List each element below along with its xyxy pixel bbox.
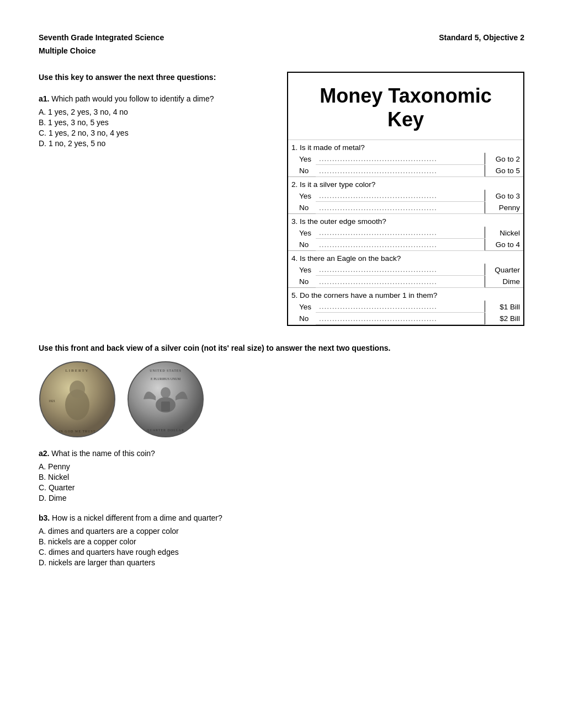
tax-section-header: 3. Is the outer edge smooth?: [288, 214, 523, 227]
tax-goto: Nickel: [485, 227, 523, 239]
svg-text:QUARTER DOLLAR: QUARTER DOLLAR: [147, 429, 184, 432]
tax-section-header: 2. Is it a silver type color?: [288, 177, 523, 190]
tax-answer-row: No......................................…: [288, 313, 523, 325]
tax-answer-row: Yes.....................................…: [288, 227, 523, 239]
tax-dots: ........................................…: [316, 153, 485, 165]
key-title-line2: Key: [387, 108, 424, 131]
header-right: Standard 5, Objective 2: [439, 33, 524, 42]
list-item: B. Nickel: [39, 473, 524, 481]
taxonomic-key-title: Money Taxonomic Key: [288, 73, 523, 140]
q-b3-label: b3.: [39, 513, 50, 522]
list-item: B. nickels are a copper color: [39, 537, 524, 546]
list-item: C. Quarter: [39, 483, 524, 492]
tax-answer-label: No: [288, 313, 316, 325]
list-item: B. 1 yes, 3 no, 5 yes: [39, 118, 270, 127]
tax-dots: ........................................…: [316, 313, 485, 325]
tax-goto: Quarter: [485, 264, 523, 276]
tax-answer-label: No: [288, 239, 316, 251]
svg-text:E PLURIBUS UNUM: E PLURIBUS UNUM: [151, 377, 181, 381]
list-item: C. dimes and quarters have rough edges: [39, 548, 524, 556]
tax-goto: Go to 5: [485, 165, 523, 177]
coin-images: LIBERTY IN GOD WE TRUST 1921: [39, 361, 524, 438]
tax-answer-row: Yes.....................................…: [288, 264, 523, 276]
tax-dots: ........................................…: [316, 239, 485, 251]
tax-answer-row: No......................................…: [288, 202, 523, 214]
question-a1-block: a1. Which path would you follow to ident…: [39, 94, 270, 148]
tax-section-header: 5. Do the corners have a number 1 in the…: [288, 288, 523, 301]
list-item: A. dimes and quarters are a copper color: [39, 527, 524, 536]
tax-answer-label: Yes: [288, 190, 316, 202]
header-row: Seventh Grade Integrated Science Standar…: [39, 33, 524, 42]
list-item: D. 1 no, 2 yes, 5 no: [39, 139, 270, 148]
tax-dots: ........................................…: [316, 165, 485, 177]
tax-section-header: 1. Is it made of metal?: [288, 140, 523, 153]
taxonomic-key-table: 1. Is it made of metal?Yes..............…: [288, 140, 523, 325]
tax-answer-row: Yes.....................................…: [288, 190, 523, 202]
coin-back-image: UNITED STATES QUARTER DOLLAR E PLURIBUS …: [127, 361, 204, 438]
coin-instruction: Use this front and back view of a silver…: [39, 342, 524, 354]
list-item: D. nickels are larger than quarters: [39, 558, 524, 567]
tax-goto: $1 Bill: [485, 301, 523, 313]
list-item: A. Penny: [39, 462, 524, 471]
q-a2-label: a2.: [39, 449, 49, 458]
tax-dots: ........................................…: [316, 227, 485, 239]
q-a1-text: Which path would you follow to identify …: [49, 94, 214, 103]
tax-answer-label: Yes: [288, 264, 316, 276]
left-column: Use this key to answer the next three qu…: [39, 72, 270, 326]
tax-answer-label: Yes: [288, 153, 316, 165]
tax-dots: ........................................…: [316, 276, 485, 288]
svg-text:LIBERTY: LIBERTY: [65, 368, 89, 373]
question-a2-block: a2. What is the name of this coin? A. Pe…: [39, 449, 524, 502]
tax-goto: Dime: [485, 276, 523, 288]
q-a2-answers: A. PennyB. NickelC. QuarterD. Dime: [39, 462, 524, 502]
q-b3-answers: A. dimes and quarters are a copper color…: [39, 527, 524, 567]
subtitle: Multiple Choice: [39, 46, 524, 55]
tax-dots: ........................................…: [316, 202, 485, 214]
q-b3-text: How is a nickel different from a dime an…: [50, 513, 222, 522]
right-column: Money Taxonomic Key 1. Is it made of met…: [287, 72, 524, 326]
content-area: Use this key to answer the next three qu…: [39, 72, 524, 326]
tax-answer-label: No: [288, 165, 316, 177]
key-title-line1: Money Taxonomic: [320, 84, 491, 107]
q-a1-label: a1.: [39, 94, 49, 103]
tax-answer-label: Yes: [288, 301, 316, 313]
svg-point-8: [161, 387, 171, 398]
tax-goto: $2 Bill: [485, 313, 523, 325]
tax-dots: ........................................…: [316, 264, 485, 276]
list-item: C. 1 yes, 2 no, 3 no, 4 yes: [39, 129, 270, 137]
tax-answer-label: No: [288, 276, 316, 288]
tax-goto: Go to 2: [485, 153, 523, 165]
tax-dots: ........................................…: [316, 190, 485, 202]
svg-text:UNITED STATES: UNITED STATES: [150, 369, 182, 372]
coin-section: Use this front and back view of a silver…: [39, 342, 524, 438]
tax-answer-label: Yes: [288, 227, 316, 239]
taxonomic-key-box: Money Taxonomic Key 1. Is it made of met…: [287, 72, 524, 326]
q-a1-answers: A. 1 yes, 2 yes, 3 no, 4 noB. 1 yes, 3 n…: [39, 108, 270, 148]
tax-answer-row: No......................................…: [288, 276, 523, 288]
svg-point-2: [70, 381, 85, 398]
key-instruction: Use this key to answer the next three qu…: [39, 72, 270, 83]
tax-goto: Go to 3: [485, 190, 523, 202]
question-b3-block: b3. How is a nickel different from a dim…: [39, 513, 524, 567]
tax-answer-row: Yes.....................................…: [288, 153, 523, 165]
tax-section-header: 4. Is there an Eagle on the back?: [288, 251, 523, 264]
tax-answer-row: No......................................…: [288, 239, 523, 251]
tax-answer-row: Yes.....................................…: [288, 301, 523, 313]
tax-goto: Penny: [485, 202, 523, 214]
header-left: Seventh Grade Integrated Science: [39, 33, 164, 42]
q-a2-text: What is the name of this coin?: [49, 449, 155, 458]
coin-front-image: LIBERTY IN GOD WE TRUST 1921: [39, 361, 116, 438]
svg-text:1921: 1921: [49, 399, 55, 403]
tax-answer-label: No: [288, 202, 316, 214]
list-item: A. 1 yes, 2 yes, 3 no, 4 no: [39, 108, 270, 116]
tax-answer-row: No......................................…: [288, 165, 523, 177]
tax-goto: Go to 4: [485, 239, 523, 251]
page-container: Seventh Grade Integrated Science Standar…: [39, 33, 524, 567]
list-item: D. Dime: [39, 494, 524, 502]
svg-text:IN GOD WE TRUST: IN GOD WE TRUST: [59, 430, 96, 433]
tax-dots: ........................................…: [316, 301, 485, 313]
svg-rect-9: [161, 402, 170, 411]
